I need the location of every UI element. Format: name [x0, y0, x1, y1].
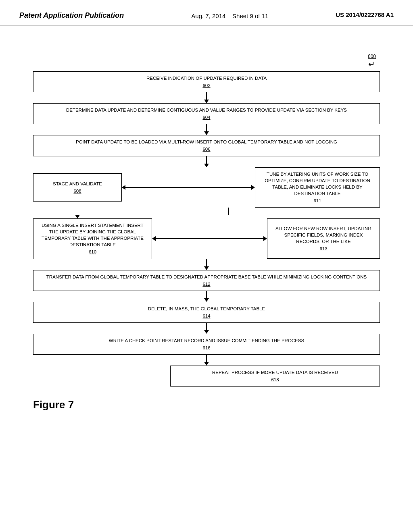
publication-label: Patent Application Publication [19, 11, 124, 20]
box-604: DETERMINE DATA UPDATE AND DETERMINE CONT… [33, 103, 380, 124]
arrow-604-606 [33, 124, 380, 135]
box-618: REPEAT PROCESS IF MORE UPDATE DATA IS RE… [170, 366, 380, 387]
arrow-614-616 [33, 323, 380, 334]
box-612: TRANSFER DATA FROM GLOBAL TEMPORARY TABL… [33, 270, 380, 291]
arrow-608-610 [33, 208, 380, 218]
bidirectional-arrow-610-613 [152, 236, 267, 241]
box-608: STAGE AND VALIDATE 608 [33, 173, 122, 202]
arrow-610-612 [33, 259, 380, 270]
box-616: WRITE A CHECK POINT RESTART RECORD AND I… [33, 334, 380, 355]
box-613: ALLOW FOR NEW ROW INSERT, UPDATING SPECI… [267, 218, 380, 259]
arrow-612-614 [33, 291, 380, 302]
box-602: RECEIVE INDICATION OF UPDATE REQUIRED IN… [33, 71, 380, 92]
box-611: TUNE BY ALTERING UNITS OF WORK SIZE TO O… [255, 167, 380, 208]
header-center: Aug. 7, 2014 Sheet 9 of 11 [191, 11, 268, 21]
box-618-wrapper: REPEAT PROCESS IF MORE UPDATE DATA IS RE… [33, 366, 380, 387]
box-606: POINT DATA UPDATE TO BE LOADED VIA MULTI… [33, 135, 380, 156]
row-608-611: STAGE AND VALIDATE 608 TUNE BY ALTERING … [33, 167, 380, 208]
row-610-613: USING A SINGLE INSERT STATEMENT INSERT T… [33, 218, 380, 259]
main-content: 600 ↵ RECEIVE INDICATION OF UPDATE REQUI… [0, 25, 413, 435]
flowchart: 600 ↵ RECEIVE INDICATION OF UPDATE REQUI… [33, 54, 380, 411]
ref-600-container: 600 ↵ [33, 54, 376, 69]
arrow-616-618 [33, 355, 380, 366]
ref-600: 600 ↵ [368, 54, 376, 69]
patent-number: US 2014/0222768 A1 [336, 11, 394, 18]
figure-label: Figure 7 [33, 399, 380, 411]
arrow-606-row [33, 156, 380, 167]
box-614: DELETE, IN MASS, THE GLOBAL TEMPORARY TA… [33, 302, 380, 323]
page-header: Patent Application Publication Aug. 7, 2… [0, 0, 413, 25]
box-610: USING A SINGLE INSERT STATEMENT INSERT T… [33, 218, 152, 259]
arrow-602-604 [33, 92, 380, 103]
bidirectional-arrow-608-611 [122, 185, 255, 190]
